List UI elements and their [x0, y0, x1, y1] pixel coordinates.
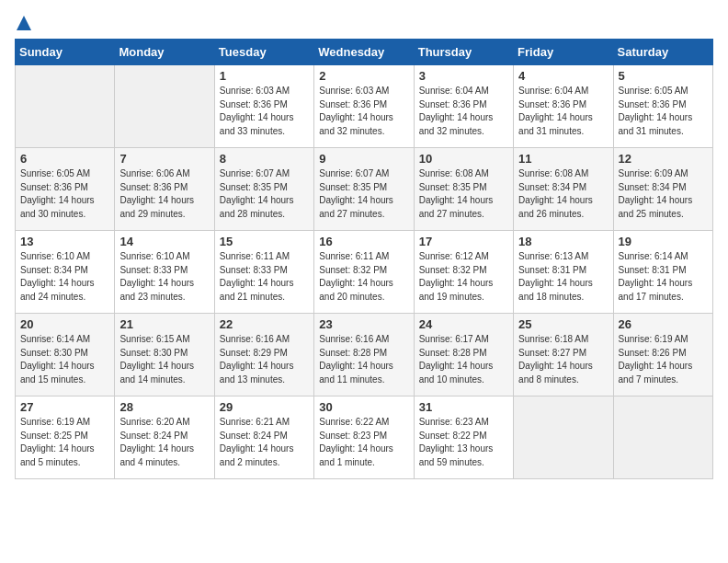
calendar-cell: 22Sunrise: 6:16 AM Sunset: 8:29 PM Dayli… — [214, 314, 313, 396]
day-info: Sunrise: 6:12 AM Sunset: 8:32 PM Dayligh… — [419, 250, 508, 304]
day-info: Sunrise: 6:04 AM Sunset: 8:36 PM Dayligh… — [518, 85, 608, 138]
calendar-cell: 4Sunrise: 6:04 AM Sunset: 8:36 PM Daylig… — [514, 65, 613, 148]
week-row-1: 1Sunrise: 6:03 AM Sunset: 8:36 PM Daylig… — [16, 65, 713, 148]
calendar-cell: 7Sunrise: 6:06 AM Sunset: 8:36 PM Daylig… — [115, 148, 214, 231]
day-info: Sunrise: 6:09 AM Sunset: 8:34 PM Dayligh… — [619, 167, 708, 221]
day-number: 6 — [20, 152, 109, 166]
calendar-cell: 29Sunrise: 6:21 AM Sunset: 8:24 PM Dayli… — [214, 396, 313, 479]
day-number: 4 — [518, 69, 608, 83]
day-number: 12 — [619, 152, 708, 166]
day-info: Sunrise: 6:07 AM Sunset: 8:35 PM Dayligh… — [220, 167, 309, 221]
weekday-header-wednesday: Wednesday — [314, 40, 414, 65]
calendar-cell: 12Sunrise: 6:09 AM Sunset: 8:34 PM Dayli… — [613, 148, 712, 231]
day-number: 7 — [119, 152, 209, 166]
day-number: 3 — [419, 69, 508, 83]
day-number: 16 — [319, 235, 408, 248]
day-number: 23 — [319, 317, 408, 331]
day-info: Sunrise: 6:13 AM Sunset: 8:31 PM Dayligh… — [518, 250, 608, 304]
day-number: 27 — [20, 400, 109, 414]
day-info: Sunrise: 6:14 AM Sunset: 8:31 PM Dayligh… — [619, 250, 708, 304]
calendar-cell: 30Sunrise: 6:22 AM Sunset: 8:23 PM Dayli… — [314, 396, 414, 479]
day-number: 9 — [319, 152, 408, 166]
day-info: Sunrise: 6:22 AM Sunset: 8:23 PM Dayligh… — [319, 416, 408, 469]
weekday-header-monday: Monday — [115, 40, 214, 65]
calendar-cell: 24Sunrise: 6:17 AM Sunset: 8:28 PM Dayli… — [414, 314, 513, 396]
calendar-cell: 23Sunrise: 6:16 AM Sunset: 8:28 PM Dayli… — [314, 314, 414, 396]
weekday-header-saturday: Saturday — [613, 40, 712, 65]
day-info: Sunrise: 6:03 AM Sunset: 8:36 PM Dayligh… — [220, 85, 309, 138]
calendar-cell: 20Sunrise: 6:14 AM Sunset: 8:30 PM Dayli… — [16, 314, 115, 396]
week-row-2: 6Sunrise: 6:05 AM Sunset: 8:36 PM Daylig… — [16, 148, 713, 231]
calendar-cell: 17Sunrise: 6:12 AM Sunset: 8:32 PM Dayli… — [414, 231, 513, 314]
day-info: Sunrise: 6:20 AM Sunset: 8:24 PM Dayligh… — [119, 416, 209, 469]
week-row-4: 20Sunrise: 6:14 AM Sunset: 8:30 PM Dayli… — [16, 314, 713, 396]
calendar-cell: 1Sunrise: 6:03 AM Sunset: 8:36 PM Daylig… — [214, 65, 313, 148]
calendar-cell: 21Sunrise: 6:15 AM Sunset: 8:30 PM Dayli… — [115, 314, 214, 396]
day-number: 21 — [119, 317, 209, 331]
day-info: Sunrise: 6:08 AM Sunset: 8:34 PM Dayligh… — [518, 167, 608, 221]
day-number: 15 — [220, 235, 309, 248]
calendar-table: SundayMondayTuesdayWednesdayThursdayFrid… — [15, 39, 713, 479]
logo — [15, 15, 33, 31]
calendar-cell — [514, 396, 613, 479]
day-info: Sunrise: 6:11 AM Sunset: 8:33 PM Dayligh… — [220, 250, 309, 304]
day-info: Sunrise: 6:16 AM Sunset: 8:29 PM Dayligh… — [220, 333, 309, 386]
day-number: 14 — [119, 235, 209, 248]
day-info: Sunrise: 6:07 AM Sunset: 8:35 PM Dayligh… — [319, 167, 408, 221]
weekday-header-tuesday: Tuesday — [214, 40, 313, 65]
calendar-cell — [16, 65, 115, 148]
day-number: 10 — [419, 152, 508, 166]
day-number: 19 — [619, 235, 708, 248]
calendar-cell: 31Sunrise: 6:23 AM Sunset: 8:22 PM Dayli… — [414, 396, 513, 479]
day-info: Sunrise: 6:10 AM Sunset: 8:33 PM Dayligh… — [119, 250, 209, 304]
calendar-cell: 19Sunrise: 6:14 AM Sunset: 8:31 PM Dayli… — [613, 231, 712, 314]
day-number: 22 — [220, 317, 309, 331]
day-number: 18 — [518, 235, 608, 248]
day-info: Sunrise: 6:14 AM Sunset: 8:30 PM Dayligh… — [20, 333, 109, 386]
day-info: Sunrise: 6:16 AM Sunset: 8:28 PM Dayligh… — [319, 333, 408, 386]
calendar-cell: 6Sunrise: 6:05 AM Sunset: 8:36 PM Daylig… — [16, 148, 115, 231]
calendar-cell — [115, 65, 214, 148]
calendar-cell: 9Sunrise: 6:07 AM Sunset: 8:35 PM Daylig… — [314, 148, 414, 231]
logo-triangle-icon — [16, 15, 32, 31]
day-info: Sunrise: 6:21 AM Sunset: 8:24 PM Dayligh… — [220, 416, 309, 469]
day-info: Sunrise: 6:10 AM Sunset: 8:34 PM Dayligh… — [20, 250, 109, 304]
page-header — [15, 15, 713, 31]
day-number: 8 — [220, 152, 309, 166]
weekday-header-thursday: Thursday — [414, 40, 513, 65]
day-info: Sunrise: 6:17 AM Sunset: 8:28 PM Dayligh… — [419, 333, 508, 386]
day-info: Sunrise: 6:03 AM Sunset: 8:36 PM Dayligh… — [319, 85, 408, 138]
day-info: Sunrise: 6:11 AM Sunset: 8:32 PM Dayligh… — [319, 250, 408, 304]
day-number: 17 — [419, 235, 508, 248]
day-info: Sunrise: 6:05 AM Sunset: 8:36 PM Dayligh… — [619, 85, 708, 138]
day-info: Sunrise: 6:19 AM Sunset: 8:26 PM Dayligh… — [619, 333, 708, 386]
calendar-cell: 26Sunrise: 6:19 AM Sunset: 8:26 PM Dayli… — [613, 314, 712, 396]
calendar-cell: 25Sunrise: 6:18 AM Sunset: 8:27 PM Dayli… — [514, 314, 613, 396]
day-number: 31 — [419, 400, 508, 414]
day-info: Sunrise: 6:18 AM Sunset: 8:27 PM Dayligh… — [518, 333, 608, 386]
day-info: Sunrise: 6:06 AM Sunset: 8:36 PM Dayligh… — [119, 167, 209, 221]
day-number: 2 — [319, 69, 408, 83]
day-info: Sunrise: 6:15 AM Sunset: 8:30 PM Dayligh… — [119, 333, 209, 386]
week-row-5: 27Sunrise: 6:19 AM Sunset: 8:25 PM Dayli… — [16, 396, 713, 479]
calendar-cell: 18Sunrise: 6:13 AM Sunset: 8:31 PM Dayli… — [514, 231, 613, 314]
day-info: Sunrise: 6:19 AM Sunset: 8:25 PM Dayligh… — [20, 416, 109, 469]
calendar-cell — [613, 396, 712, 479]
weekday-header-sunday: Sunday — [16, 40, 115, 65]
weekday-header-friday: Friday — [514, 40, 613, 65]
svg-marker-0 — [17, 16, 31, 30]
day-info: Sunrise: 6:08 AM Sunset: 8:35 PM Dayligh… — [419, 167, 508, 221]
calendar-cell: 10Sunrise: 6:08 AM Sunset: 8:35 PM Dayli… — [414, 148, 513, 231]
calendar-cell: 11Sunrise: 6:08 AM Sunset: 8:34 PM Dayli… — [514, 148, 613, 231]
week-row-3: 13Sunrise: 6:10 AM Sunset: 8:34 PM Dayli… — [16, 231, 713, 314]
day-number: 30 — [319, 400, 408, 414]
day-number: 26 — [619, 317, 708, 331]
calendar-cell: 8Sunrise: 6:07 AM Sunset: 8:35 PM Daylig… — [214, 148, 313, 231]
calendar-cell: 13Sunrise: 6:10 AM Sunset: 8:34 PM Dayli… — [16, 231, 115, 314]
day-info: Sunrise: 6:05 AM Sunset: 8:36 PM Dayligh… — [20, 167, 109, 221]
day-number: 13 — [20, 235, 109, 248]
day-number: 28 — [119, 400, 209, 414]
day-info: Sunrise: 6:23 AM Sunset: 8:22 PM Dayligh… — [419, 416, 508, 469]
day-number: 11 — [518, 152, 608, 166]
day-info: Sunrise: 6:04 AM Sunset: 8:36 PM Dayligh… — [419, 85, 508, 138]
